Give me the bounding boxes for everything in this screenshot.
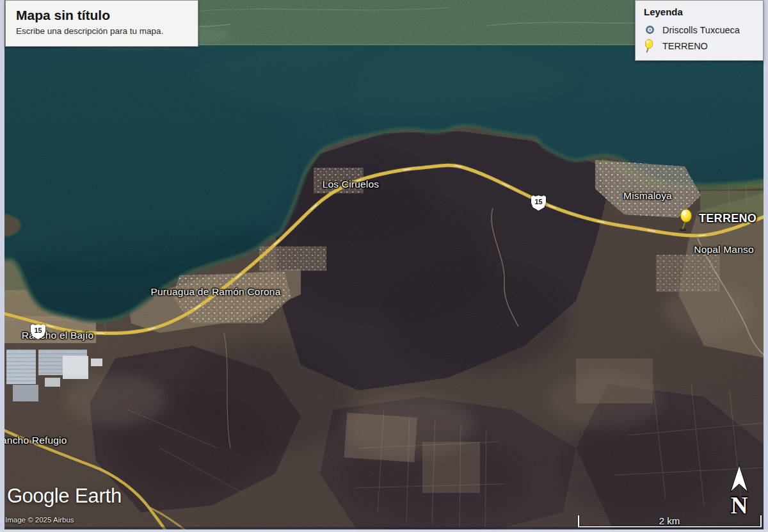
legend-item-driscolls[interactable]: Driscolls Tuxcueca xyxy=(644,22,755,38)
map-title-panel[interactable]: Mapa sin título Escribe una descripción … xyxy=(5,0,198,47)
google-earth-viewport: Los Ciruelos Mismaloya Nopal Manso Purua… xyxy=(0,0,768,532)
shield-number: 15 xyxy=(531,195,546,211)
scale-bar-label: 2 km xyxy=(659,515,680,526)
circle-placemark-icon xyxy=(646,26,654,34)
map-title: Mapa sin título xyxy=(16,8,188,23)
shield-number: 15 xyxy=(31,323,45,339)
legend-item-terreno[interactable]: TERRENO xyxy=(644,38,755,54)
map-description: Escribe una descripción para tu mapa. xyxy=(16,26,188,36)
north-indicator-label: N xyxy=(731,492,748,519)
legend-panel: Leyenda Driscolls Tuxcueca TERRENO xyxy=(635,0,764,61)
satellite-map[interactable] xyxy=(0,0,768,532)
legend-item-label: Driscolls Tuxcueca xyxy=(662,25,740,35)
highway-shield-15-east: 15 xyxy=(531,195,546,211)
grain-light xyxy=(0,0,768,532)
yellow-pushpin-icon xyxy=(644,39,654,53)
highway-shield-15-west: 15 xyxy=(31,323,45,339)
legend-item-label: TERRENO xyxy=(662,41,708,51)
legend-heading: Leyenda xyxy=(644,6,755,17)
